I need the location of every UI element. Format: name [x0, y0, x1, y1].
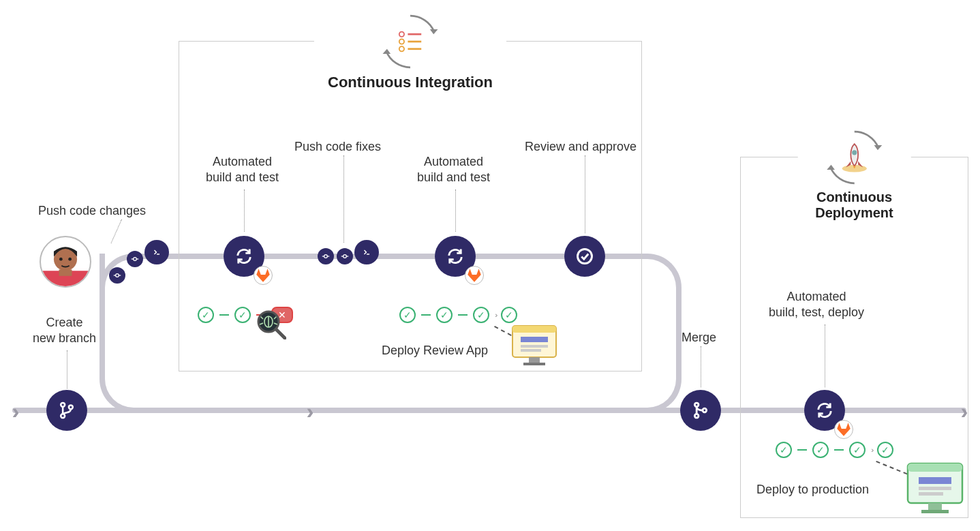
terminal-icon	[354, 240, 379, 264]
status-pass-icon: ✓	[776, 442, 792, 458]
deploy-production-label: Deploy to production	[756, 483, 869, 497]
rocket-cycle-icon	[824, 127, 885, 188]
leader-line	[455, 189, 456, 232]
commit-dot-icon	[337, 248, 353, 264]
automated-build-test-node	[435, 236, 476, 277]
svg-point-20	[116, 274, 119, 277]
status-pass-icon: ✓	[198, 307, 214, 323]
build-test-deploy-label: Automated build, test, deploy	[769, 289, 864, 321]
status-pass-icon: ✓	[877, 442, 893, 458]
leader-line	[585, 155, 585, 233]
status-pass-icon: ✓	[812, 442, 829, 458]
svg-point-2	[399, 32, 404, 37]
svg-marker-9	[827, 165, 835, 170]
svg-rect-16	[59, 269, 72, 275]
commit-dot-icon	[127, 251, 143, 267]
merge-node	[680, 390, 721, 431]
svg-line-35	[276, 329, 285, 338]
svg-point-54	[703, 408, 707, 412]
svg-marker-8	[874, 145, 882, 150]
svg-point-53	[694, 414, 699, 418]
svg-point-18	[61, 414, 65, 418]
svg-rect-50	[523, 363, 545, 365]
monitor-green-icon	[906, 462, 964, 515]
cicd-pipeline-diagram: ›› ›› ›› Continuous Integration	[0, 0, 980, 531]
status-pass-icon: ✓	[436, 307, 453, 323]
create-branch-label: Create new branch	[33, 315, 96, 347]
svg-rect-49	[529, 357, 540, 363]
svg-rect-57	[908, 464, 962, 472]
build-test-2-label: Automated build and test	[417, 154, 490, 186]
track-chevron: ››	[12, 402, 15, 421]
svg-point-11	[852, 150, 857, 155]
mini-chevron-icon: ››	[495, 311, 495, 319]
cd-zone-title: Continuous Deployment	[811, 189, 898, 221]
svg-point-52	[694, 403, 699, 407]
merge-label: Merge	[682, 330, 716, 346]
commit-dot-icon	[318, 248, 334, 264]
svg-point-39	[343, 255, 347, 258]
bug-magnifier-icon	[256, 309, 286, 339]
svg-rect-58	[919, 477, 951, 484]
automated-build-test-deploy-node	[804, 390, 845, 431]
build-test-1-label: Automated build and test	[206, 154, 279, 186]
svg-marker-1	[383, 49, 391, 54]
ci-zone-title: Continuous Integration	[328, 74, 493, 91]
svg-rect-60	[919, 492, 943, 496]
review-approve-node	[564, 236, 605, 277]
terminal-icon	[144, 240, 169, 264]
svg-point-6	[399, 46, 404, 51]
svg-rect-61	[928, 503, 942, 510]
svg-rect-59	[919, 487, 951, 490]
svg-point-15	[68, 258, 72, 261]
svg-point-19	[69, 405, 73, 409]
commit-dot-icon	[109, 267, 125, 284]
gitlab-icon	[254, 266, 273, 285]
deploy-review-app-label: Deploy Review App	[382, 344, 488, 358]
status-pass-icon: ✓	[234, 307, 251, 323]
leader-line	[343, 155, 344, 243]
leader-line	[111, 219, 122, 243]
svg-point-14	[59, 258, 63, 261]
svg-point-17	[61, 403, 65, 407]
review-approve-label: Review and approve	[525, 139, 637, 155]
svg-rect-62	[921, 510, 949, 513]
ci-zone-header: Continuous Integration	[314, 11, 506, 91]
push-changes-label: Push code changes	[38, 203, 146, 219]
status-pass-icon: ✓	[399, 307, 416, 323]
mini-chevron-icon: ››	[871, 446, 872, 454]
person-avatar-icon	[40, 236, 91, 288]
status-pass-icon: ✓	[849, 442, 866, 458]
leader-line	[67, 350, 67, 389]
svg-rect-45	[512, 326, 556, 333]
svg-marker-0	[430, 29, 438, 34]
leader-line	[244, 189, 245, 232]
svg-point-36	[324, 255, 328, 258]
checklist-cycle-icon	[380, 11, 441, 72]
cd-zone-header: Continuous Deployment	[797, 127, 911, 221]
svg-rect-48	[521, 349, 541, 352]
svg-rect-47	[521, 345, 548, 348]
gitlab-icon	[465, 266, 484, 285]
automated-build-test-node	[224, 236, 264, 277]
track-chevron: ››	[307, 402, 309, 421]
create-branch-node	[46, 390, 87, 431]
status-pass-icon: ✓	[473, 307, 489, 323]
leader-line	[825, 324, 825, 387]
gitlab-icon	[834, 420, 853, 439]
svg-point-4	[399, 39, 404, 44]
pipeline-status-seq3: ✓ ✓ ✓ ›› ✓	[776, 442, 893, 458]
push-fixes-label: Push code fixes	[294, 139, 381, 155]
status-pass-icon: ✓	[501, 307, 517, 323]
svg-rect-46	[521, 337, 548, 342]
leader-line	[701, 346, 701, 387]
svg-point-51	[578, 249, 592, 264]
monitor-yellow-icon	[511, 324, 557, 367]
pipeline-status-seq2: ✓ ✓ ✓ ›› ✓	[399, 307, 517, 323]
svg-point-23	[134, 258, 137, 261]
